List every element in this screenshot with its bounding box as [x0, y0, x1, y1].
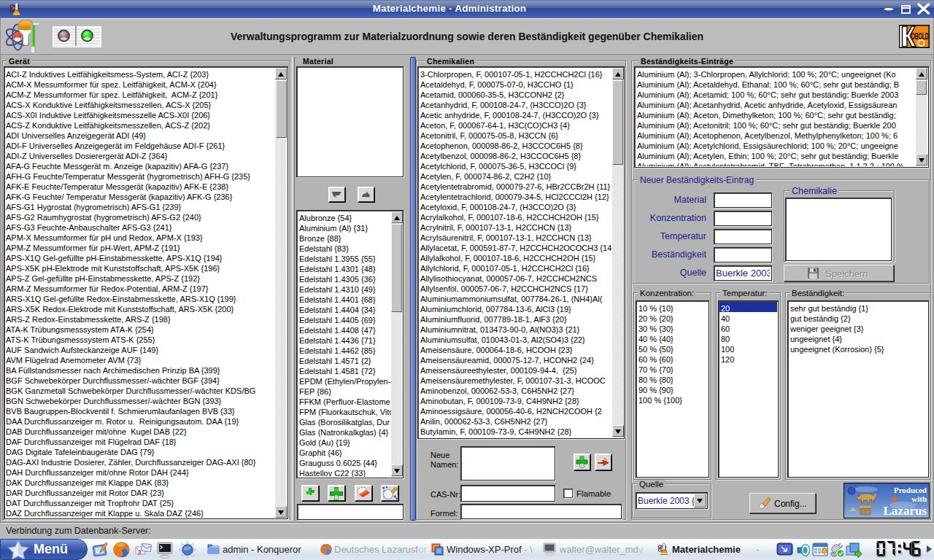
- svg-text:with: with: [911, 494, 927, 503]
- svg-text:Lazarus: Lazarus: [884, 504, 927, 518]
- svg-text:Produced: Produced: [894, 486, 927, 494]
- svg-text:3: 3: [138, 549, 142, 556]
